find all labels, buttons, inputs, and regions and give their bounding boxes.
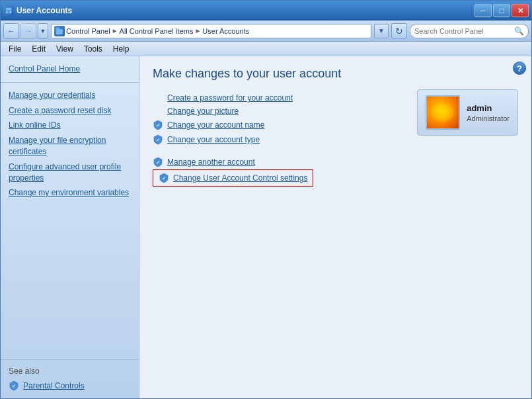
svg-text:✓: ✓: [12, 384, 16, 388]
link-manage-another[interactable]: ✓ Manage another account: [153, 155, 518, 169]
svg-rect-2: [6, 11, 8, 13]
main-window: User Accounts ─ □ ✕ ← → ▼ Control Panel …: [0, 0, 532, 399]
window-icon: [3, 5, 14, 16]
forward-button[interactable]: →: [20, 23, 36, 39]
shield-icon-uac: ✓: [159, 173, 169, 183]
sidebar-bottom: See also ✓ Parental Controls: [1, 359, 139, 393]
path-segment-2: All Control Panel Items: [120, 27, 194, 35]
close-button[interactable]: ✕: [512, 4, 529, 17]
search-box[interactable]: 🔍: [410, 24, 529, 38]
path-icon: [54, 26, 65, 36]
sidebar-link-reset-disk[interactable]: Create a password reset disk: [1, 103, 139, 118]
sidebar-parental-controls-link[interactable]: ✓ Parental Controls: [1, 378, 139, 393]
sidebar-link-environment[interactable]: Change my environment variables: [1, 185, 139, 200]
sidebar-link-home[interactable]: Control Panel Home: [1, 62, 139, 77]
path-arrow-1: ►: [112, 27, 118, 34]
parental-controls-label: Parental Controls: [23, 381, 85, 390]
sidebar-section-tasks: Manage your credentials Create a passwor…: [1, 82, 139, 200]
svg-rect-1: [6, 8, 11, 10]
window-title: User Accounts: [17, 6, 72, 15]
svg-text:✓: ✓: [162, 176, 166, 181]
menu-tools[interactable]: Tools: [79, 43, 108, 55]
sidebar-link-encryption[interactable]: Manage your file encryption certificates: [1, 133, 139, 159]
menu-bar: File Edit View Tools Help: [1, 42, 531, 56]
menu-help[interactable]: Help: [108, 43, 135, 55]
link-create-password-text: Create a password for your account: [167, 93, 293, 103]
page-title: Make changes to your user account: [153, 67, 518, 81]
main-content: Control Panel Home Manage your credentia…: [1, 56, 531, 398]
link-manage-another-text: Manage another account: [167, 157, 255, 167]
user-role: Administrator: [467, 114, 510, 122]
menu-view[interactable]: View: [51, 43, 79, 55]
title-bar-buttons: ─ □ ✕: [475, 4, 529, 17]
menu-file[interactable]: File: [3, 43, 26, 55]
search-icon[interactable]: 🔍: [514, 26, 524, 36]
help-button[interactable]: ?: [513, 62, 526, 75]
avatar-image: [427, 97, 459, 128]
content-panel: ? Make changes to your user account admi…: [139, 56, 531, 398]
sidebar-link-online-ids[interactable]: Link online IDs: [1, 118, 139, 133]
title-bar-left: User Accounts: [3, 5, 72, 16]
shield-icon: ✓: [9, 380, 19, 391]
sidebar-link-advanced-profile[interactable]: Configure advanced user profile properti…: [1, 159, 139, 186]
path-segment-3: User Accounts: [202, 27, 249, 35]
refresh-button[interactable]: ↻: [391, 23, 407, 39]
user-avatar: [426, 95, 460, 130]
see-also-label: See also: [1, 365, 139, 378]
svg-text:✓: ✓: [156, 138, 160, 142]
links-section-2: ✓ Manage another account ✓ Change User A…: [153, 155, 518, 187]
nav-buttons: ← → ▼: [3, 23, 48, 39]
address-path[interactable]: Control Panel ► All Control Panel Items …: [51, 24, 371, 38]
path-segment-1: Control Panel: [66, 27, 110, 35]
svg-text:✓: ✓: [156, 160, 160, 165]
link-change-name-text: Change your account name: [167, 120, 264, 130]
link-uac-settings[interactable]: ✓ Change User Account Control settings: [153, 169, 313, 187]
svg-rect-3: [9, 11, 11, 13]
title-bar: User Accounts ─ □ ✕: [1, 1, 531, 21]
menu-edit[interactable]: Edit: [26, 43, 51, 55]
link-change-type-text: Change your account type: [167, 135, 260, 144]
address-dropdown[interactable]: ▼: [374, 24, 389, 38]
link-uac-settings-text: Change User Account Control settings: [173, 173, 307, 183]
address-bar: ← → ▼ Control Panel ► All Control Panel …: [1, 21, 531, 42]
svg-text:✓: ✓: [156, 123, 160, 128]
shield-icon-manage: ✓: [153, 157, 163, 167]
user-name: admin: [467, 103, 510, 113]
recent-button[interactable]: ▼: [38, 23, 48, 39]
path-arrow-2: ►: [194, 27, 201, 34]
svg-rect-5: [56, 28, 59, 30]
shield-icon-type: ✓: [153, 134, 163, 145]
maximize-button[interactable]: □: [493, 4, 510, 17]
search-input[interactable]: [414, 27, 512, 35]
sidebar: Control Panel Home Manage your credentia…: [1, 56, 139, 398]
shield-icon-name: ✓: [153, 120, 163, 130]
user-info: admin Administrator: [467, 103, 510, 122]
sidebar-link-credentials[interactable]: Manage your credentials: [1, 88, 139, 103]
minimize-button[interactable]: ─: [475, 4, 492, 17]
back-button[interactable]: ←: [3, 23, 19, 39]
user-card: admin Administrator: [417, 89, 518, 136]
link-change-picture-text: Change your picture: [167, 107, 239, 116]
